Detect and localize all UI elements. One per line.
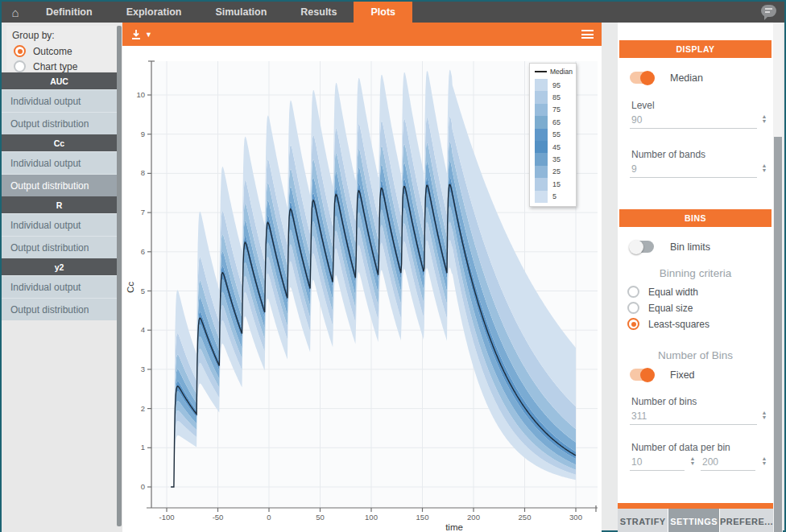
legend-row-p55: 55 (535, 129, 573, 141)
sidebar-item-cc-individual-output[interactable]: Individual output (2, 151, 117, 174)
legend-row-p5: 5 (535, 191, 573, 203)
legend-swatch (535, 116, 548, 128)
level-spinner[interactable]: ▲▼ (760, 114, 768, 124)
chat-bubble-shape (761, 5, 776, 17)
data-per-bin-min-input[interactable] (630, 455, 685, 471)
legend-median-label: Median (550, 68, 573, 76)
panel-scrollbar-thumb[interactable] (774, 137, 782, 532)
median-toggle[interactable] (630, 72, 654, 84)
hamburger-menu-icon[interactable] (581, 28, 594, 41)
legend-row-p15: 15 (535, 178, 573, 190)
plots-sidebar: Group by: OutcomeChart type AUCIndividua… (2, 23, 122, 532)
sidebar-item-cc-output-distribution[interactable]: Output distribution (2, 174, 117, 196)
settings-panel: DISPLAY Median Level ▲▼ Number of bands … (618, 23, 773, 532)
svg-text:5: 5 (141, 287, 145, 295)
level-label: Level (631, 100, 655, 111)
svg-text:4: 4 (141, 325, 145, 334)
data-per-bin-max-spinner[interactable]: ▲▼ (760, 456, 768, 466)
plot-area-wrapper: 012345678910-100-50050100150200250300tim… (122, 46, 602, 532)
data-per-bin-max-input[interactable] (701, 455, 755, 471)
legend-label: 55 (552, 130, 561, 138)
download-glyph (130, 29, 142, 40)
legend-swatch (535, 129, 548, 141)
data-per-bin-min-spinner[interactable]: ▲▼ (689, 456, 697, 466)
svg-text:150: 150 (416, 513, 429, 522)
legend-swatch (535, 191, 548, 203)
number-of-bins-spinner[interactable]: ▲▼ (760, 410, 768, 420)
number-of-bands-spinner[interactable]: ▲▼ (760, 163, 768, 173)
number-of-bands-label: Number of bands (631, 149, 705, 160)
radio-icon[interactable] (627, 286, 639, 298)
median-line-swatch (535, 71, 547, 72)
svg-text:3: 3 (141, 365, 145, 373)
nav-tab-simulation[interactable]: Simulation (198, 2, 283, 23)
svg-text:1: 1 (141, 443, 145, 452)
section-header-cc: Cc (2, 134, 117, 151)
legend-swatch (535, 104, 548, 116)
svg-text:-50: -50 (213, 513, 224, 522)
nav-tab-exploration[interactable]: Exploration (110, 2, 199, 23)
home-icon[interactable]: ⌂ (2, 2, 29, 23)
legend-label: 85 (552, 93, 561, 101)
radio-icon[interactable] (627, 302, 639, 314)
bin-limits-toggle-row[interactable]: Bin limits (630, 241, 710, 253)
legend-row-p95: 95 (535, 79, 573, 91)
radio-label: Equal width (648, 287, 698, 298)
fixed-toggle-label: Fixed (670, 369, 695, 381)
y-axis-title: Cc (126, 282, 135, 293)
radio-icon[interactable] (627, 318, 639, 330)
display-section-header: DISPLAY (619, 40, 772, 58)
radio-icon[interactable] (14, 45, 26, 57)
group-by-box: Group by: OutcomeChart type (6, 26, 117, 71)
svg-text:50: 50 (316, 513, 325, 522)
svg-text:200: 200 (467, 513, 480, 522)
number-of-bins-title: Number of Bins (618, 349, 773, 361)
chat-bubble-icon[interactable] (761, 5, 776, 17)
svg-text:10: 10 (136, 90, 145, 99)
sidebar-item-r-individual-output[interactable]: Individual output (2, 213, 117, 236)
chat-line-2 (765, 11, 770, 13)
fixed-toggle-row[interactable]: Fixed (630, 369, 695, 381)
fixed-toggle[interactable] (630, 369, 654, 381)
radio-label: Chart type (33, 61, 77, 72)
nav-tab-plots[interactable]: Plots (354, 2, 412, 23)
svg-text:2: 2 (141, 404, 145, 413)
legend-swatch (535, 141, 548, 153)
level-input[interactable] (630, 113, 757, 129)
legend-label: 65 (552, 118, 561, 126)
sidebar-item-auc-individual-output[interactable]: Individual output (2, 89, 117, 112)
radio-icon[interactable] (14, 60, 26, 72)
simulx-app-window: ⌂ DefinitionExplorationSimulationResults… (0, 0, 786, 532)
legend-swatch (535, 178, 548, 190)
criteria-option-equal-size[interactable]: Equal size (627, 302, 693, 314)
section-header-y2: y2 (2, 258, 117, 275)
download-icon[interactable]: ▼ (130, 29, 152, 40)
chart-toolbar: ▼ (122, 23, 602, 46)
nav-tab-definition[interactable]: Definition (29, 2, 110, 23)
plot-legend: Median 9585756555453525155 (529, 63, 577, 207)
number-of-bins-input[interactable] (630, 409, 757, 425)
sidebar-item-r-output-distribution[interactable]: Output distribution (2, 236, 117, 258)
sidebar-item-y2-individual-output[interactable]: Individual output (2, 275, 117, 298)
sidebar-item-y2-output-distribution[interactable]: Output distribution (2, 298, 117, 320)
radio-label: Equal size (648, 303, 693, 314)
bins-section-header: BINS (619, 209, 772, 227)
bin-limits-toggle[interactable] (630, 241, 654, 253)
criteria-option-least-squares[interactable]: Least-squares (627, 318, 709, 330)
legend-row-p75: 75 (535, 104, 573, 116)
criteria-option-equal-width[interactable]: Equal width (627, 286, 698, 298)
group-by-option-outcome[interactable]: Outcome (6, 43, 117, 59)
number-of-bands-input[interactable] (630, 162, 757, 178)
legend-label: 35 (552, 155, 561, 163)
sidebar-item-auc-output-distribution[interactable]: Output distribution (2, 112, 117, 134)
legend-row-p25: 25 (535, 166, 573, 178)
panel-tab-settings[interactable]: SETTINGS (668, 509, 718, 532)
legend-label: 95 (552, 81, 561, 89)
median-toggle-row[interactable]: Median (630, 72, 703, 84)
panel-tab-stratify[interactable]: STRATIFY (618, 509, 668, 532)
legend-percentile-rows: 9585756555453525155 (535, 79, 573, 203)
chat-line-1 (765, 8, 772, 10)
sidebar-scrollbar[interactable] (117, 26, 122, 526)
panel-tab-prefere[interactable]: PREFERE... (720, 509, 773, 532)
nav-tab-results[interactable]: Results (283, 2, 354, 23)
